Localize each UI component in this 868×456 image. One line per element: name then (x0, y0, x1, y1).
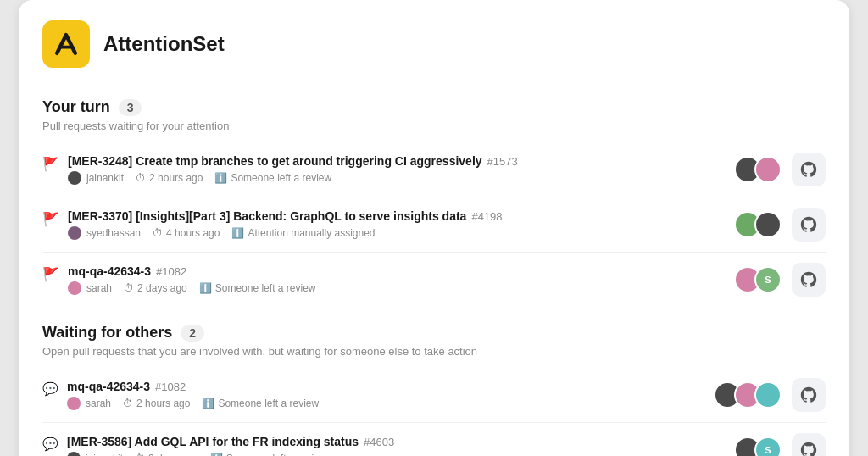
reason-text: Attention manually assigned (248, 227, 375, 239)
pr-title-line: [MER-3370] [Insights][Part 3] Backend: G… (68, 209, 503, 223)
reason-text: Someone left a review (215, 282, 316, 294)
clock-icon: ⏱ (136, 172, 146, 184)
avatar: S (754, 437, 782, 456)
clock-icon: ⏱ (124, 282, 134, 294)
clock-icon: ⏱ (153, 227, 163, 239)
info-icon: ℹ️ (199, 282, 212, 294)
pr-meta: syedhassan ⏱ 4 hours ago ℹ️ Attention ma… (68, 226, 503, 240)
pr-left: 🚩 mq-qa-42634-3 #1082 sarah (42, 264, 315, 295)
table-row: 💬 [MER-3586] Add GQL API for the FR inde… (42, 422, 826, 456)
time-item: ⏱ 4 hours ago (153, 227, 220, 239)
avatar-group (714, 381, 782, 409)
pr-number: #1082 (155, 381, 186, 393)
github-button[interactable] (792, 433, 826, 456)
time-value: 4 hours ago (166, 227, 220, 239)
author-name: sarah (86, 398, 111, 409)
author-item: jainankit (67, 452, 123, 456)
github-button[interactable] (792, 153, 826, 186)
pr-meta: jainankit ⏱ 2 hours ago ℹ️ Someone left … (68, 171, 518, 185)
pr-info: mq-qa-42634-3 #1082 sarah ⏱ 2 hours ago (67, 380, 319, 410)
pr-title-line: mq-qa-42634-3 #1082 (67, 380, 319, 393)
pr-number: #4198 (471, 210, 502, 223)
pr-info: mq-qa-42634-3 #1082 sarah ⏱ 2 days ago (68, 264, 315, 295)
author-item: sarah (68, 281, 112, 295)
table-row: 💬 mq-qa-42634-3 #1082 sarah (42, 368, 826, 422)
flag-icon: 🚩 (42, 211, 59, 227)
author-name: jainankit (86, 453, 123, 456)
app-title: AttentionSet (103, 32, 826, 56)
waiting-list: 💬 mq-qa-42634-3 #1082 sarah (42, 368, 826, 456)
time-item: ⏱ 2 days ago (124, 282, 187, 294)
pr-left: 🚩 [MER-3248] Create tmp branches to get … (42, 154, 518, 185)
app-header: AttentionSet (42, 20, 826, 85)
chat-icon: 💬 (42, 381, 58, 397)
author-avatar (68, 226, 81, 240)
avatar (754, 211, 782, 238)
waiting-title: Waiting for others (42, 324, 172, 342)
main-card: AttentionSet Your turn 3 Pull requests w… (19, 0, 849, 456)
pr-title-line: [MER-3248] Create tmp branches to get ar… (68, 154, 518, 168)
author-item: jainankit (68, 171, 124, 185)
app-logo (42, 20, 90, 68)
github-button[interactable] (792, 378, 826, 412)
info-icon: ℹ️ (210, 453, 223, 456)
avatar (754, 381, 782, 409)
flag-icon: 🚩 (42, 156, 59, 172)
pr-right: S (734, 433, 826, 456)
table-row: 🚩 [MER-3370] [Insights][Part 3] Backend:… (42, 197, 826, 252)
author-avatar (68, 171, 81, 185)
pr-right (734, 208, 826, 242)
info-icon: ℹ️ (202, 398, 214, 409)
avatar-group: S (734, 437, 782, 456)
clock-icon: ⏱ (123, 398, 133, 409)
avatar-group: S (734, 266, 782, 293)
avatar: S (754, 266, 782, 293)
time-value: 2 days ago (137, 282, 187, 294)
waiting-desc: Open pull requests that you are involved… (42, 345, 826, 358)
pr-title: [MER-3586] Add GQL API for the FR indexi… (67, 435, 359, 448)
reason-text: Someone left a review (226, 453, 327, 456)
pr-title: mq-qa-42634-3 (67, 380, 150, 393)
pr-title-line: mq-qa-42634-3 #1082 (68, 264, 315, 278)
pr-info: [MER-3248] Create tmp branches to get ar… (68, 154, 518, 185)
reason-text: Someone left a review (218, 398, 319, 409)
reason-item: ℹ️ Attention manually assigned (231, 227, 375, 239)
avatar-group (734, 211, 782, 238)
reason-text: Someone left a review (231, 172, 331, 184)
reason-item: ℹ️ Someone left a review (202, 398, 319, 409)
your-turn-desc: Pull requests waiting for your attention (42, 120, 826, 132)
pr-left: 💬 mq-qa-42634-3 #1082 sarah (42, 380, 319, 410)
author-name: jainankit (86, 172, 124, 184)
reason-item: ℹ️ Someone left a review (210, 453, 327, 456)
chat-icon: 💬 (42, 437, 58, 452)
your-turn-header: Your turn 3 (42, 98, 826, 116)
pr-info: [MER-3586] Add GQL API for the FR indexi… (67, 435, 394, 456)
pr-number: #1573 (487, 155, 518, 168)
avatar-group (734, 156, 782, 183)
author-name: syedhassan (86, 227, 141, 239)
flag-icon: 🚩 (42, 266, 59, 282)
github-button[interactable] (792, 263, 826, 297)
time-item: ⏱ 2 hours ago (123, 398, 190, 409)
author-name: sarah (86, 282, 112, 294)
pr-left: 🚩 [MER-3370] [Insights][Part 3] Backend:… (42, 209, 503, 240)
github-button[interactable] (792, 208, 826, 242)
time-value: 3 days ago (148, 453, 198, 456)
waiting-badge: 2 (181, 325, 204, 342)
pr-title: mq-qa-42634-3 (68, 264, 151, 278)
pr-right (714, 378, 826, 412)
pr-title: [MER-3370] [Insights][Part 3] Backend: G… (68, 209, 466, 223)
pr-title-line: [MER-3586] Add GQL API for the FR indexi… (67, 435, 394, 448)
pr-right (734, 153, 826, 186)
clock-icon: ⏱ (135, 453, 145, 456)
time-value: 2 hours ago (149, 172, 203, 184)
author-avatar (67, 452, 81, 456)
author-item: sarah (67, 397, 111, 410)
pr-number: #1082 (156, 265, 186, 278)
time-item: ⏱ 2 hours ago (136, 172, 203, 184)
time-item: ⏱ 3 days ago (135, 453, 198, 456)
reason-item: ℹ️ Someone left a review (199, 282, 316, 294)
reason-item: ℹ️ Someone left a review (214, 172, 331, 184)
pr-right: S (734, 263, 826, 297)
your-turn-badge: 3 (119, 99, 142, 116)
